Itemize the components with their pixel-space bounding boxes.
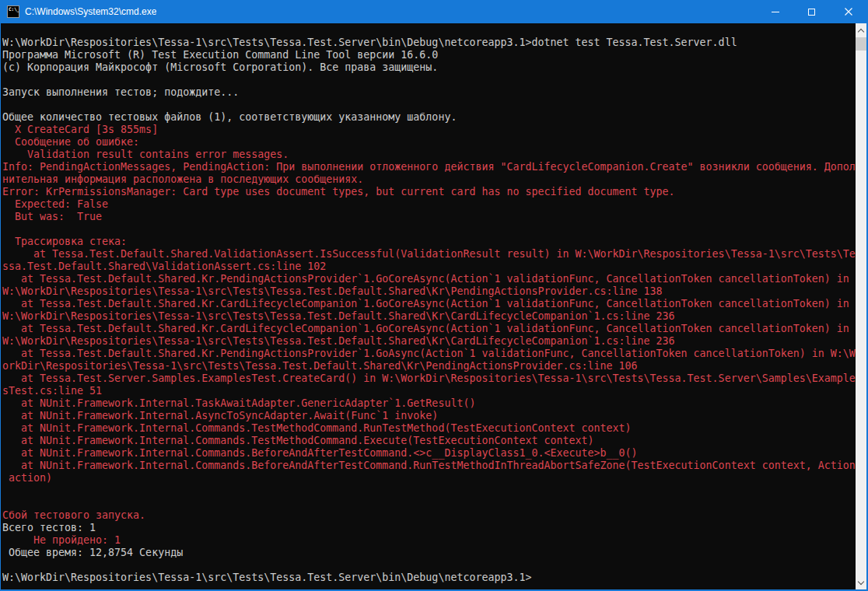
console-line: нительная информация расположена в после…	[2, 173, 856, 186]
maximize-button[interactable]	[793, 0, 830, 23]
console-line: W:\WorkDir\Respositories\Tessa-1\src\Tes…	[2, 335, 856, 348]
console-output[interactable]: W:\WorkDir\Respositories\Tessa-1\src\Tes…	[1, 23, 856, 589]
window-controls	[757, 0, 866, 23]
console-line: at Tessa.Test.Default.Shared.Kr.PendingA…	[2, 348, 856, 360]
console-line: at Tessa.Test.Default.Shared.Kr.CardLife…	[2, 323, 856, 335]
console-line: sTest.cs:line 51	[2, 385, 856, 397]
console-line: Программа Microsoft (R) Test Execution C…	[2, 49, 856, 61]
window-body: W:\WorkDir\Respositories\Tessa-1\src\Tes…	[1, 23, 866, 589]
title-bar[interactable]: C:\_ C:\Windows\System32\cmd.exe	[1, 0, 866, 23]
cmd-icon[interactable]: C:\_	[7, 5, 19, 18]
console-line: Трассировка стека:	[2, 236, 856, 248]
maximize-icon	[808, 9, 815, 16]
console-line: X CreateCard [3s 855ms]	[2, 124, 856, 136]
console-line: But was: True	[2, 211, 856, 223]
console-line: at NUnit.Framework.Internal.Commands.Bef…	[2, 460, 856, 472]
console-line: Запуск выполнения тестов; подождите...	[2, 86, 856, 99]
console-line: Всего тестов: 1	[2, 522, 856, 534]
console-line: at NUnit.Framework.Internal.TaskAwaitAda…	[2, 397, 856, 410]
console-line: at Tessa.Test.Default.Shared.Kr.PendingA…	[2, 273, 856, 285]
console-line: at NUnit.Framework.Internal.Commands.Tes…	[2, 435, 856, 447]
console-line: at Tessa.Test.Default.Shared.Kr.CardLife…	[2, 298, 856, 310]
close-icon	[845, 8, 852, 16]
console-line	[2, 497, 856, 509]
console-line: Общее количество тестовых файлов (1), со…	[2, 111, 856, 124]
console-line: Expected: False	[2, 198, 856, 211]
scrollbar[interactable]	[856, 23, 866, 589]
chevron-up-icon	[858, 28, 864, 34]
console-line: Error: KrPermissionsManager: Card type u…	[2, 186, 856, 198]
console-line: Общее время: 12,8754 Секунды	[2, 547, 856, 559]
scroll-down-button[interactable]	[856, 576, 866, 589]
cmd-window: C:\_ C:\Windows\System32\cmd.exe W:\Work…	[0, 0, 868, 591]
scrollbar-thumb[interactable]	[856, 37, 866, 51]
console-line	[2, 484, 856, 497]
minimize-button[interactable]	[757, 0, 793, 23]
cmd-icon-glyph: C:\_	[8, 6, 19, 12]
console-line: Сообщение об ошибке:	[2, 136, 856, 149]
console-line: at Tessa.Test.Default.Shared.ValidationA…	[2, 248, 856, 261]
chevron-down-icon	[858, 578, 864, 584]
minimize-icon	[772, 12, 779, 12]
console-line	[2, 99, 856, 111]
console-line: W:\WorkDir\Respositories\Tessa-1\src\Tes…	[2, 37, 856, 49]
console-line: W:\WorkDir\Respositories\Tessa-1\src\Tes…	[2, 310, 856, 323]
window-title: C:\Windows\System32\cmd.exe	[25, 6, 156, 17]
console-line: Не пройдено: 1	[2, 534, 856, 547]
close-button[interactable]	[830, 0, 866, 23]
console-line: Validation result contains error message…	[2, 149, 856, 161]
console-line: Info: PendingActionMessages, PendingActi…	[2, 161, 856, 173]
console-line: W:\WorkDir\Respositories\Tessa-1\src\Tes…	[2, 572, 856, 584]
console-line: W:\WorkDir\Respositories\Tessa-1\src\Tes…	[2, 285, 856, 298]
console-line	[2, 74, 856, 86]
console-line: at Tessa.Test.Server.Samples.ExamplesTes…	[2, 372, 856, 385]
console-line: at NUnit.Framework.Internal.AsyncToSyncA…	[2, 410, 856, 422]
console-line	[2, 223, 856, 236]
console-line	[2, 559, 856, 572]
console-line: ssa.Test.Default.Shared\ValidationAssert…	[2, 261, 856, 273]
console-line: action)	[2, 472, 856, 484]
scroll-up-button[interactable]	[856, 23, 866, 37]
console-line: at NUnit.Framework.Internal.Commands.Bef…	[2, 447, 856, 460]
scrollbar-track[interactable]	[856, 37, 866, 576]
console-line: (c) Корпорация Майкрософт (Microsoft Cor…	[2, 61, 856, 74]
console-line: at NUnit.Framework.Internal.Commands.Tes…	[2, 422, 856, 435]
console-line: orkDir\Respositories\Tessa-1\src\Tests\T…	[2, 360, 856, 372]
console-line: Сбой тестового запуска.	[2, 509, 856, 522]
